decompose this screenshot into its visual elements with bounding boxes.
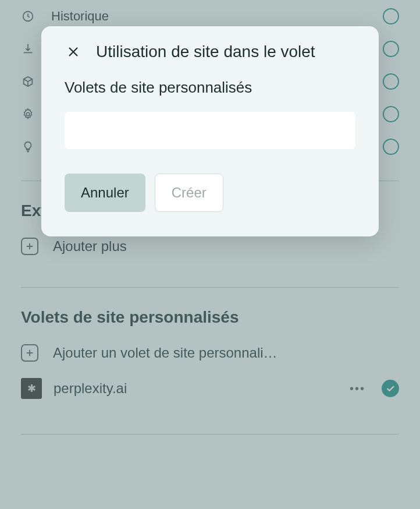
dialog-subtitle: Volets de site personnalisés (65, 79, 355, 97)
dialog-overlay: Utilisation de site dans le volet Volets… (0, 0, 420, 509)
site-url-input[interactable] (65, 112, 355, 149)
dialog-header: Utilisation de site dans le volet (65, 43, 355, 61)
cancel-button[interactable]: Annuler (65, 174, 145, 212)
close-icon[interactable] (65, 43, 82, 61)
create-button[interactable]: Créer (155, 174, 223, 212)
create-custom-panel-dialog: Utilisation de site dans le volet Volets… (41, 26, 379, 236)
dialog-title: Utilisation de site dans le volet (96, 43, 315, 61)
dialog-button-row: Annuler Créer (65, 174, 355, 212)
